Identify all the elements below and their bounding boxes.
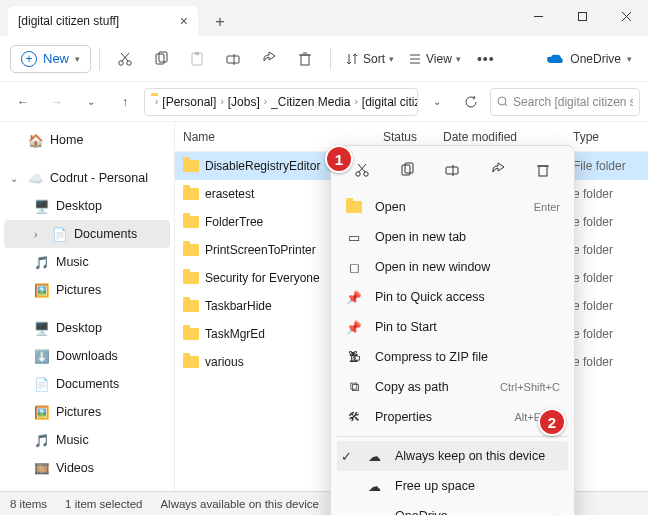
col-type[interactable]: Type — [573, 130, 648, 144]
tab-icon: ▭ — [345, 230, 363, 245]
sort-button[interactable]: Sort ▾ — [339, 42, 400, 76]
back-button[interactable]: ← — [8, 87, 38, 117]
search-icon — [497, 96, 507, 108]
sidebar-label: Home — [50, 133, 83, 147]
ctx-pin-start[interactable]: 📌Pin to Start — [337, 312, 568, 342]
sidebar-item-music[interactable]: 🎵Music — [0, 248, 174, 276]
chevron-down-icon: ▾ — [389, 54, 394, 64]
ctx-label: Compress to ZIP file — [375, 350, 488, 364]
sidebar-group-personal[interactable]: ⌄☁️Codrut - Personal — [0, 164, 174, 192]
close-tab-icon[interactable]: × — [180, 13, 188, 29]
ctx-always-keep[interactable]: ✓☁Always keep on this device — [337, 441, 568, 471]
up-button[interactable]: ↑ — [110, 87, 140, 117]
share-button[interactable] — [252, 42, 286, 76]
ctx-label: Copy as path — [375, 380, 449, 394]
chevron-down-icon[interactable]: ⌄ — [422, 87, 452, 117]
svg-rect-12 — [227, 56, 239, 63]
view-button[interactable]: View ▾ — [402, 42, 467, 76]
col-name[interactable]: Name — [183, 130, 383, 144]
breadcrumb-segment[interactable]: [digital citizen stuff] — [362, 95, 418, 109]
sidebar-item-videos[interactable]: 🎞️Videos — [0, 454, 174, 482]
refresh-button[interactable] — [456, 87, 486, 117]
file-name: Security for Everyone — [205, 271, 320, 285]
plus-icon: + — [21, 51, 37, 67]
add-tab-button[interactable]: + — [206, 10, 234, 34]
sidebar-home[interactable]: 🏠Home — [0, 126, 174, 154]
ctx-label: Always keep on this device — [395, 449, 545, 463]
sidebar-label: Desktop — [56, 199, 102, 213]
refresh-icon — [464, 95, 478, 109]
sidebar-label: Desktop — [56, 321, 102, 335]
chevron-right-icon: › — [352, 96, 359, 107]
new-button[interactable]: + New ▾ — [10, 45, 91, 73]
onedrive-status[interactable]: OneDrive ▾ — [546, 52, 638, 66]
col-status[interactable]: Status — [383, 130, 443, 144]
delete-icon — [535, 162, 551, 178]
minimize-button[interactable] — [516, 0, 560, 32]
search-placeholder: Search [digital citizen stuff] — [513, 95, 633, 109]
ctx-share-button[interactable] — [482, 156, 514, 184]
ctx-rename-button[interactable] — [436, 156, 468, 184]
window-tab[interactable]: [digital citizen stuff] × — [8, 6, 198, 36]
ctx-shortcut: Ctrl+Shift+C — [500, 381, 560, 393]
ctx-onedrive[interactable]: ☁OneDrive› — [337, 501, 568, 515]
breadcrumb-segment[interactable]: _Citizen Media — [271, 95, 350, 109]
svg-point-4 — [119, 60, 123, 64]
folder-icon — [183, 216, 199, 228]
check-icon: ✓ — [341, 449, 353, 464]
sidebar-item-documents[interactable]: 📄Documents — [0, 370, 174, 398]
sidebar-item-desktop[interactable]: 🖥️Desktop — [0, 192, 174, 220]
paste-button[interactable] — [180, 42, 214, 76]
ctx-open-window[interactable]: ◻Open in new window — [337, 252, 568, 282]
search-input[interactable]: Search [digital citizen stuff] — [490, 88, 640, 116]
folder-icon — [183, 244, 199, 256]
sidebar-item-music[interactable]: 🎵Music — [0, 426, 174, 454]
ctx-label: OneDrive — [395, 509, 448, 515]
breadcrumb-segment[interactable]: [Jobs] — [228, 95, 260, 109]
ctx-label: Pin to Start — [375, 320, 437, 334]
more-button[interactable]: ••• — [469, 42, 503, 76]
forward-button[interactable]: → — [42, 87, 72, 117]
sidebar-label: Documents — [56, 377, 119, 391]
chevron-down-icon[interactable]: ⌄ — [76, 87, 106, 117]
ctx-compress[interactable]: 🗜Compress to ZIP file — [337, 342, 568, 372]
folder-icon — [345, 201, 363, 213]
ctx-open-tab[interactable]: ▭Open in new tab — [337, 222, 568, 252]
window-controls — [516, 0, 648, 32]
separator — [337, 436, 568, 437]
col-date[interactable]: Date modified — [443, 130, 573, 144]
breadcrumb-segment[interactable]: [Personal] — [162, 95, 216, 109]
close-window-button[interactable] — [604, 0, 648, 32]
ctx-free-up[interactable]: ☁Free up space — [337, 471, 568, 501]
maximize-button[interactable] — [560, 0, 604, 32]
ctx-label: Pin to Quick access — [375, 290, 485, 304]
sidebar-item-pictures[interactable]: 🖼️Pictures — [0, 276, 174, 304]
copy-button[interactable] — [144, 42, 178, 76]
cut-button[interactable] — [108, 42, 142, 76]
close-icon — [621, 11, 632, 22]
sidebar-label: Documents — [74, 227, 137, 241]
ctx-properties[interactable]: 🛠PropertiesAlt+Enter — [337, 402, 568, 432]
svg-line-24 — [359, 164, 366, 172]
ctx-label: Open in new tab — [375, 230, 466, 244]
delete-button[interactable] — [288, 42, 322, 76]
ctx-copy-button[interactable] — [391, 156, 423, 184]
sidebar-item-downloads[interactable]: ⬇️Downloads — [0, 342, 174, 370]
sidebar-item-pictures[interactable]: 🖼️Pictures — [0, 398, 174, 426]
file-type: e folder — [573, 327, 648, 341]
ctx-open[interactable]: OpenEnter — [337, 192, 568, 222]
ctx-pin-qa[interactable]: 📌Pin to Quick access — [337, 282, 568, 312]
share-icon — [261, 51, 277, 67]
sidebar-item-documents[interactable]: ›📄Documents — [4, 220, 170, 248]
sidebar-item-desktop[interactable]: 🖥️Desktop — [0, 314, 174, 342]
file-type: e folder — [573, 187, 648, 201]
sidebar-label: Pictures — [56, 283, 101, 297]
status-availability: Always available on this device — [160, 498, 319, 510]
ctx-copy-path[interactable]: ⧉Copy as pathCtrl+Shift+C — [337, 372, 568, 402]
folder-icon — [183, 188, 199, 200]
chevron-right-icon: › — [34, 229, 46, 240]
breadcrumb[interactable]: › [Personal] › [Jobs] › _Citizen Media ›… — [144, 88, 418, 116]
ctx-delete-button[interactable] — [527, 156, 559, 184]
rename-button[interactable] — [216, 42, 250, 76]
sidebar: 🏠Home ⌄☁️Codrut - Personal 🖥️Desktop ›📄D… — [0, 122, 175, 491]
